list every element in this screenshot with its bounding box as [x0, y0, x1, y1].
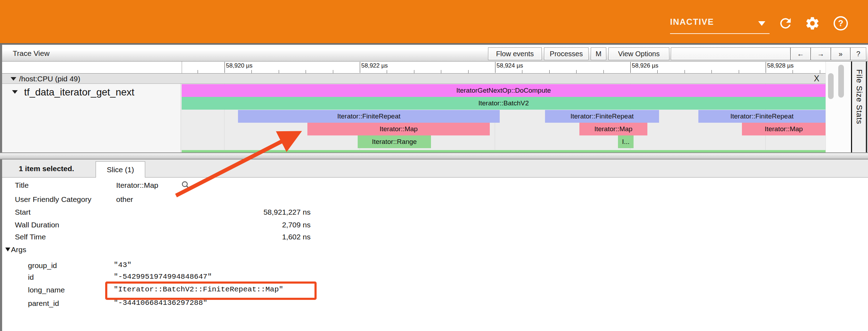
process-header-row[interactable]: /host:CPU (pid 49) X [2, 73, 826, 84]
axis-minor-tick [333, 70, 333, 73]
axis-minor-tick [441, 70, 441, 73]
trace-view-title: Trace View [13, 49, 50, 58]
more-tools-button[interactable]: » [831, 47, 850, 60]
axis-tick-label: 58,922 µs [361, 62, 388, 69]
detail-value-wall-duration: 2,709 ns [116, 221, 311, 229]
arg-value-long-name: "Iterator::BatchV2::FiniteRepeat::Map" [114, 285, 283, 294]
arg-key-id: id [28, 273, 34, 281]
selection-status: 1 item selected. [19, 164, 74, 173]
file-size-stats-tab[interactable]: File Size Stats [851, 62, 867, 152]
arg-key-long-name: long_name [28, 286, 65, 294]
panel-splitter[interactable] [0, 152, 868, 159]
trace-toolbar: Trace View Flow events Processes M View … [2, 45, 868, 62]
axis-tick-label: 58,928 µs [767, 62, 794, 69]
detail-value-title: Iterator::Map [116, 181, 158, 190]
collapse-track-icon[interactable] [12, 90, 18, 94]
gear-icon[interactable] [805, 16, 820, 31]
arg-value-id: "-5429951974994848647" [114, 273, 212, 281]
slice-range[interactable]: Iterator::Range [358, 135, 431, 148]
axis-minor-tick [603, 70, 604, 73]
detail-label-wall-duration: Wall Duration [15, 221, 59, 229]
process-header-label: /host:CPU (pid 49) [19, 75, 80, 83]
slice-map-selected[interactable]: Iterator::Map [307, 123, 490, 135]
axis-minor-tick [820, 70, 820, 73]
axis-minor-tick [711, 70, 712, 73]
slice-finite-repeat[interactable]: Iterator::FiniteRepeat [545, 110, 659, 123]
axis-minor-tick [522, 70, 522, 73]
slice-finite-repeat[interactable]: Iterator::FiniteRepeat [698, 110, 826, 123]
axis-minor-tick [657, 70, 658, 73]
arg-value-parent-id: "-344106684136297288" [114, 299, 208, 307]
axis-minor-tick [739, 70, 739, 73]
run-status-dropdown[interactable]: INACTIVE [670, 16, 770, 34]
slice-batch-v2[interactable]: Iterator::BatchV2 [182, 97, 826, 110]
vertical-scrollbar-thumb[interactable] [828, 73, 834, 99]
find-input[interactable] [671, 47, 790, 60]
arg-key-group-id: group_id [28, 261, 57, 270]
detail-label-category: User Friendly Category [15, 195, 91, 204]
track-label-panel: tf_data_iterator_get_next [2, 84, 181, 152]
help-circle-icon[interactable]: ? [833, 16, 849, 31]
arg-key-parent-id: parent_id [28, 299, 59, 308]
slice-map[interactable]: Iterator::Map [742, 123, 826, 135]
axis-minor-tick [306, 70, 306, 73]
view-options-button[interactable]: View Options [608, 47, 669, 60]
slice-finite-repeat[interactable]: Iterator::FiniteRepeat [238, 110, 500, 123]
svg-text:?: ? [838, 18, 844, 28]
time-ruler-row: 58,920 µs 58,922 µs 58,924 µs 58,926 µs … [2, 62, 826, 73]
toolbar-help-button[interactable]: ? [850, 47, 866, 60]
slice-map[interactable]: Iterator::Map [579, 123, 647, 135]
refresh-icon[interactable] [778, 16, 793, 31]
axis-minor-tick [576, 70, 577, 73]
slice-do-compute[interactable]: IteratorGetNextOp::DoCompute [182, 84, 826, 97]
tab-slice[interactable]: Slice (1) [96, 161, 145, 178]
vertical-scrollbar-thumb[interactable] [838, 65, 844, 98]
track-body: tf_data_iterator_get_next IteratorGetNex… [2, 84, 826, 152]
metadata-button[interactable]: M [591, 47, 606, 60]
axis-minor-tick [793, 70, 793, 73]
run-status-value: INACTIVE [670, 17, 714, 27]
detail-label-self-time: Self Time [15, 233, 46, 241]
axis-tick-label: 58,924 µs [497, 62, 523, 69]
detail-label-title: Title [15, 181, 29, 190]
right-gutter [826, 62, 851, 152]
axis-minor-tick [685, 70, 685, 73]
axis-minor-tick [414, 70, 414, 73]
flow-events-button[interactable]: Flow events [488, 47, 542, 60]
axis-minor-tick [198, 70, 198, 73]
args-section-header: Args [5, 245, 26, 254]
details-tabbar: 1 item selected. Slice (1) [2, 159, 868, 178]
time-ruler: 58,920 µs 58,922 µs 58,924 µs 58,926 µs … [182, 62, 826, 73]
track-name: tf_data_iterator_get_next [24, 87, 134, 98]
axis-minor-tick [549, 70, 550, 73]
detail-value-category: other [116, 195, 133, 204]
axis-tick-label: 58,926 µs [632, 62, 658, 69]
search-icon[interactable] [181, 180, 190, 190]
file-size-stats-label: File Size Stats [855, 69, 864, 124]
axis-minor-tick [251, 70, 252, 73]
find-previous-button[interactable]: ← [790, 47, 811, 60]
collapse-args-icon[interactable] [5, 248, 10, 251]
trace-viewer-app: INACTIVE ? Trace View Flow events Proces… [0, 0, 868, 331]
find-next-button[interactable]: → [811, 47, 831, 60]
close-track-button[interactable]: X [811, 74, 822, 84]
detail-value-self-time: 1,602 ns [116, 233, 311, 241]
clipped-next-row [182, 150, 826, 152]
detail-label-start: Start [15, 208, 30, 216]
arg-value-group-id: "43" [114, 261, 131, 269]
collapse-process-icon[interactable] [11, 77, 16, 81]
detail-value-start: 58,921,227 ns [116, 208, 311, 216]
axis-minor-tick [279, 70, 279, 73]
slice-truncated[interactable]: I... [618, 135, 634, 148]
axis-minor-tick [387, 70, 387, 73]
chevron-down-icon [758, 21, 765, 26]
track-title-row[interactable]: tf_data_iterator_get_next [2, 85, 181, 100]
axis-minor-tick [468, 70, 469, 73]
app-header: INACTIVE ? [0, 0, 868, 43]
timeline-canvas: IteratorGetNextOp::DoCompute Iterator::B… [182, 84, 826, 152]
axis-tick-label: 58,920 µs [226, 62, 253, 69]
details-panel: Title Iterator::Map User Friendly Catego… [2, 178, 868, 331]
processes-button[interactable]: Processes [544, 47, 589, 60]
